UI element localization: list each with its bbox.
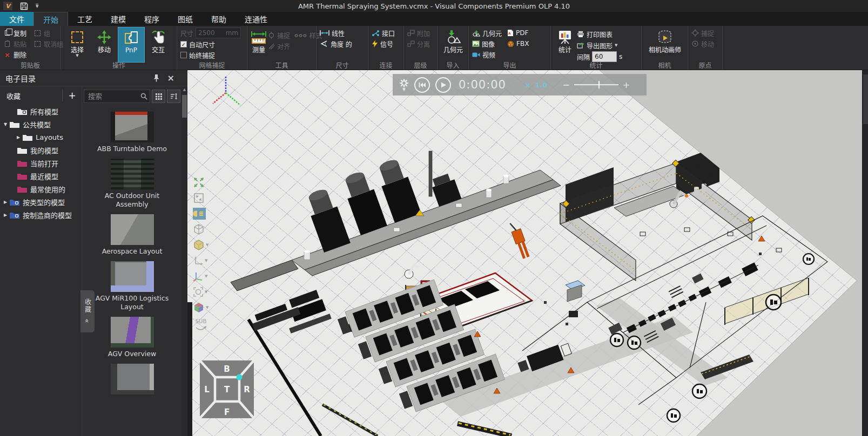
- cube-corner-marker[interactable]: [237, 374, 243, 380]
- export-pdf-button[interactable]: A PDF: [507, 28, 529, 38]
- qat-customize-dropdown[interactable]: ▼: [36, 4, 38, 8]
- statistics-button[interactable]: 统计: [554, 28, 576, 62]
- grid-view-button[interactable]: [152, 90, 165, 103]
- select-button[interactable]: 选择▼: [64, 28, 90, 62]
- sort-button[interactable]: [167, 90, 180, 103]
- catalog-item[interactable]: Aerospace Layout: [89, 214, 176, 256]
- paste-button[interactable]: 粘贴: [3, 38, 33, 49]
- app-logo-icon[interactable]: V: [3, 2, 12, 10]
- catalog-item[interactable]: ABB Turntable Demo: [89, 112, 176, 153]
- close-panel-icon[interactable]: ×: [167, 73, 174, 83]
- view-cube-caret[interactable]: ▼: [206, 306, 208, 310]
- collapse-arrow-icon[interactable]: ▶: [14, 135, 23, 140]
- focus-view-caret[interactable]: ▼: [205, 290, 207, 294]
- render-mode-button[interactable]: [193, 207, 209, 220]
- origin-move-button[interactable]: 移动: [691, 38, 720, 49]
- signal-button[interactable]: 信号: [372, 38, 401, 49]
- collapse-arrow-icon[interactable]: ▶: [1, 200, 10, 205]
- scroll-up-icon[interactable]: ▲: [181, 87, 187, 92]
- world-frame-button[interactable]: ▼: [193, 270, 209, 283]
- fit-view-button[interactable]: [193, 176, 209, 189]
- tree-item-currently-open[interactable]: 当前打开: [0, 156, 82, 169]
- snap-tool-button[interactable]: 捕捉: [268, 30, 290, 40]
- export-fbx-button[interactable]: FBX: [507, 38, 529, 49]
- tab-process[interactable]: 工艺: [68, 12, 102, 26]
- tree-item-layouts[interactable]: ▶ Layouts: [0, 131, 82, 144]
- speed-slider-track[interactable]: [574, 84, 618, 85]
- tab-home[interactable]: 开始: [33, 12, 68, 26]
- tab-connectivity[interactable]: 连通性: [235, 12, 277, 26]
- print-chart-button[interactable]: 打印图表: [577, 29, 622, 39]
- grid-size-input[interactable]: 2500mm: [196, 28, 241, 38]
- frame-display-caret[interactable]: ▼: [205, 259, 207, 263]
- shaded-mode-button[interactable]: ▼: [193, 239, 209, 251]
- navigation-cube[interactable]: B L T R F: [200, 360, 254, 418]
- import-geometry-button[interactable]: 几何元: [441, 28, 466, 54]
- cube-face-left[interactable]: L: [204, 385, 210, 394]
- add-collection-button[interactable]: +: [62, 90, 82, 101]
- camera-animator-button[interactable]: 相机动画师: [645, 28, 685, 54]
- wireframe-mode-button[interactable]: [193, 223, 209, 236]
- measure-button[interactable]: 测量: [251, 28, 267, 62]
- rewind-button[interactable]: [414, 77, 430, 93]
- cube-face-right[interactable]: R: [244, 385, 250, 394]
- catalog-item[interactable]: [89, 364, 176, 397]
- playback-settings-button[interactable]: ▼: [399, 78, 409, 92]
- play-button[interactable]: [435, 77, 451, 93]
- favorites-collapse-tab[interactable]: 收藏 «: [80, 290, 95, 332]
- tree-item-recent-models[interactable]: 最近模型: [0, 169, 82, 182]
- view-cube-button[interactable]: ▼: [193, 301, 209, 314]
- pnp-button[interactable]: PnP: [118, 28, 144, 62]
- export-video-button[interactable]: 视频: [472, 49, 502, 60]
- delete-button[interactable]: ×删除: [3, 49, 33, 60]
- tab-program[interactable]: 程序: [135, 12, 169, 26]
- tab-modeling[interactable]: 建模: [102, 12, 135, 26]
- cube-face-back[interactable]: B: [224, 364, 230, 374]
- scrollbar-thumb[interactable]: [182, 95, 187, 118]
- cube-face-front[interactable]: F: [224, 407, 230, 417]
- ungroup-button[interactable]: 取消组: [33, 38, 62, 49]
- auto-size-checkbox[interactable]: ✓: [180, 41, 187, 47]
- linear-dimension-button[interactable]: 线性: [320, 28, 366, 38]
- group-button[interactable]: 组: [33, 28, 62, 38]
- tree-item-all-models[interactable]: 所有模型: [0, 105, 82, 118]
- speed-slider-handle[interactable]: [598, 81, 600, 88]
- export-geometry-button[interactable]: 几何元: [472, 28, 502, 38]
- world-frame-caret[interactable]: ▼: [205, 275, 207, 278]
- tab-file[interactable]: 文件: [0, 12, 33, 26]
- tab-help[interactable]: 帮助: [202, 12, 235, 26]
- speed-decrease-button[interactable]: −: [562, 80, 569, 90]
- tree-item-models-by-type[interactable]: ▶ 按类型的模型: [0, 195, 82, 208]
- catalog-item[interactable]: AGV MiR100 Logistics Layout: [89, 261, 176, 311]
- focus-view-button[interactable]: ▼: [193, 285, 209, 298]
- speed-increase-button[interactable]: +: [623, 80, 630, 90]
- tree-item-most-used[interactable]: 最常使用的: [0, 182, 82, 195]
- interact-button[interactable]: 交互: [145, 28, 171, 62]
- interface-button[interactable]: 接口: [372, 28, 401, 38]
- detach-button[interactable]: 分离: [407, 38, 435, 49]
- tab-drawing[interactable]: 图纸: [169, 12, 202, 26]
- pin-icon[interactable]: [152, 74, 160, 82]
- catalog-item[interactable]: AGV Overview: [89, 317, 176, 358]
- frame-display-button[interactable]: ▼: [193, 254, 209, 267]
- export-graph-button[interactable]: 导出图形▼: [577, 40, 622, 51]
- align-tool-button[interactable]: 对齐: [268, 40, 322, 51]
- export-image-button[interactable]: 图像: [472, 38, 502, 49]
- tree-item-public-models[interactable]: ▼ 公共模型: [0, 118, 82, 131]
- copy-button[interactable]: 复制: [3, 28, 33, 38]
- origin-snap-button[interactable]: 捕捉: [691, 28, 720, 38]
- attach-button[interactable]: 附加: [407, 28, 435, 38]
- tree-item-models-by-manufacturer[interactable]: ▶ 按制造商的模型: [0, 208, 82, 221]
- always-snap-checkbox[interactable]: [180, 52, 187, 58]
- cube-face-top[interactable]: T: [224, 385, 230, 394]
- expand-arrow-icon[interactable]: ▼: [1, 122, 10, 127]
- right-panel-collapsed-tab[interactable]: [863, 74, 868, 124]
- move-button[interactable]: 移动: [91, 28, 117, 62]
- sub-level-button[interactable]: SUB: [193, 317, 209, 335]
- catalog-scrollbar[interactable]: ▲: [181, 86, 187, 436]
- fill-view-button[interactable]: [193, 192, 209, 205]
- viewport-3d[interactable]: ▼ 0:00:00 x 1.0 − +: [187, 70, 862, 436]
- save-icon[interactable]: [20, 2, 28, 10]
- catalog-item[interactable]: AC Outdoor Unit Assembly: [89, 159, 176, 209]
- tree-item-my-models[interactable]: 我的模型: [0, 144, 82, 156]
